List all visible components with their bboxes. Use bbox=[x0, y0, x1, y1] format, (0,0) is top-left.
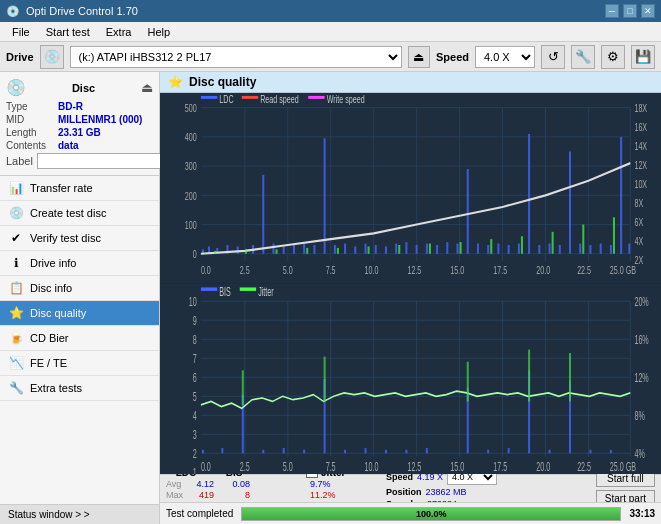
svg-rect-173 bbox=[242, 370, 244, 405]
sidebar-item-verify-test-disc[interactable]: ✔ Verify test disc bbox=[0, 226, 159, 251]
max-jitter: 11.2% bbox=[306, 490, 376, 500]
create-test-disc-icon: 💿 bbox=[8, 206, 24, 220]
drive-select[interactable]: (k:) ATAPI iHBS312 2 PL17 bbox=[70, 46, 402, 68]
svg-text:18X: 18X bbox=[634, 103, 647, 115]
svg-rect-83 bbox=[610, 245, 612, 254]
disc-type-row: Type BD-R bbox=[6, 101, 153, 112]
svg-text:16X: 16X bbox=[634, 122, 647, 134]
svg-rect-163 bbox=[405, 450, 407, 453]
save-button[interactable]: 💾 bbox=[631, 45, 655, 69]
disc-contents-val: data bbox=[58, 140, 79, 151]
svg-rect-158 bbox=[303, 450, 305, 453]
content-area: ⭐ Disc quality bbox=[160, 72, 661, 524]
sidebar-item-drive-info-label: Drive info bbox=[30, 257, 76, 269]
title-bar-controls: ─ □ ✕ bbox=[605, 4, 655, 18]
sidebar-item-disc-quality[interactable]: ⭐ Disc quality bbox=[0, 301, 159, 326]
disc-label-input[interactable] bbox=[37, 153, 170, 169]
status-time: 33:13 bbox=[629, 508, 655, 519]
svg-text:22.5: 22.5 bbox=[577, 265, 591, 277]
options-button[interactable]: 🔧 bbox=[571, 45, 595, 69]
avg-ldc: 4.12 bbox=[186, 479, 214, 489]
svg-rect-97 bbox=[521, 236, 523, 254]
verify-test-disc-icon: ✔ bbox=[8, 231, 24, 245]
close-button[interactable]: ✕ bbox=[641, 4, 655, 18]
svg-text:25.0 GB: 25.0 GB bbox=[610, 265, 636, 277]
refresh-button[interactable]: ↺ bbox=[541, 45, 565, 69]
speed-select[interactable]: 4.0 X bbox=[475, 46, 535, 68]
sidebar-item-cd-bier[interactable]: 🍺 CD Bier bbox=[0, 326, 159, 351]
svg-rect-50 bbox=[272, 244, 274, 254]
disc-mid-key: MID bbox=[6, 114, 58, 125]
menu-help[interactable]: Help bbox=[139, 24, 178, 40]
svg-text:2: 2 bbox=[193, 448, 197, 461]
sidebar-item-extra-tests[interactable]: 🔧 Extra tests bbox=[0, 376, 159, 401]
svg-text:2.5: 2.5 bbox=[240, 265, 250, 277]
drive-icon-button[interactable]: 💿 bbox=[40, 45, 64, 69]
menu-start-test[interactable]: Start test bbox=[38, 24, 98, 40]
svg-text:17.5: 17.5 bbox=[493, 460, 507, 473]
svg-rect-66 bbox=[436, 245, 438, 254]
svg-rect-157 bbox=[283, 448, 285, 453]
sidebar-item-transfer-rate-label: Transfer rate bbox=[30, 182, 93, 194]
sidebar-item-drive-info[interactable]: ℹ Drive info bbox=[0, 251, 159, 276]
status-window-button[interactable]: Status window > > bbox=[0, 504, 159, 524]
svg-text:10.0: 10.0 bbox=[364, 460, 378, 473]
panel-title: Disc quality bbox=[189, 75, 256, 89]
eject-button[interactable]: ⏏ bbox=[408, 46, 430, 68]
max-ldc: 419 bbox=[186, 490, 214, 500]
svg-rect-47 bbox=[237, 246, 239, 253]
sidebar-item-disc-info[interactable]: 📋 Disc info bbox=[0, 276, 159, 301]
svg-rect-82 bbox=[600, 244, 602, 254]
svg-text:10X: 10X bbox=[634, 179, 647, 191]
svg-text:0.0: 0.0 bbox=[201, 460, 211, 473]
svg-rect-180 bbox=[240, 287, 256, 290]
svg-text:0: 0 bbox=[193, 249, 197, 261]
svg-rect-174 bbox=[324, 357, 326, 402]
disc-eject-icon[interactable]: ⏏ bbox=[141, 80, 153, 95]
svg-rect-178 bbox=[201, 287, 217, 290]
svg-rect-161 bbox=[364, 448, 366, 453]
disc-quality-icon: ⭐ bbox=[8, 306, 24, 320]
svg-rect-160 bbox=[344, 450, 346, 453]
disc-mid-val: MILLENMR1 (000) bbox=[58, 114, 142, 125]
sidebar: 💿 Disc ⏏ Type BD-R MID MILLENMR1 (000) L… bbox=[0, 72, 160, 524]
disc-length-row: Length 23.31 GB bbox=[6, 127, 153, 138]
svg-text:20.0: 20.0 bbox=[536, 265, 550, 277]
svg-rect-99 bbox=[582, 225, 584, 254]
svg-text:6: 6 bbox=[193, 372, 197, 385]
svg-text:8%: 8% bbox=[634, 410, 644, 423]
svg-rect-81 bbox=[589, 245, 591, 254]
position-value: 23862 MB bbox=[426, 487, 467, 497]
svg-rect-156 bbox=[262, 450, 264, 453]
transfer-rate-icon: 📊 bbox=[8, 181, 24, 195]
svg-rect-64 bbox=[416, 245, 418, 254]
menu-file[interactable]: File bbox=[4, 24, 38, 40]
sidebar-item-transfer-rate[interactable]: 📊 Transfer rate bbox=[0, 176, 159, 201]
svg-rect-58 bbox=[354, 246, 356, 253]
sidebar-item-fe-te[interactable]: 📉 FE / TE bbox=[0, 351, 159, 376]
svg-text:17.5: 17.5 bbox=[493, 265, 507, 277]
svg-rect-95 bbox=[460, 242, 462, 254]
svg-rect-53 bbox=[303, 244, 305, 254]
svg-text:12%: 12% bbox=[634, 372, 648, 385]
sidebar-item-create-test-disc[interactable]: 💿 Create test disc bbox=[0, 201, 159, 226]
svg-rect-72 bbox=[497, 244, 499, 254]
svg-rect-57 bbox=[344, 244, 346, 254]
menu-extra[interactable]: Extra bbox=[98, 24, 140, 40]
svg-text:Write speed: Write speed bbox=[327, 94, 365, 106]
svg-text:10.0: 10.0 bbox=[364, 265, 378, 277]
svg-rect-49 bbox=[262, 175, 264, 254]
svg-text:2.5: 2.5 bbox=[240, 460, 250, 473]
panel-header-icon: ⭐ bbox=[168, 75, 183, 89]
minimize-button[interactable]: ─ bbox=[605, 4, 619, 18]
settings-button[interactable]: ⚙ bbox=[601, 45, 625, 69]
maximize-button[interactable]: □ bbox=[623, 4, 637, 18]
disc-type-key: Type bbox=[6, 101, 58, 112]
sidebar-item-disc-quality-label: Disc quality bbox=[30, 307, 86, 319]
main-area: 💿 Disc ⏏ Type BD-R MID MILLENMR1 (000) L… bbox=[0, 72, 661, 524]
svg-rect-70 bbox=[477, 244, 479, 254]
svg-rect-91 bbox=[337, 248, 339, 254]
svg-rect-62 bbox=[395, 244, 397, 254]
svg-rect-80 bbox=[579, 244, 581, 254]
svg-text:7.5: 7.5 bbox=[326, 460, 336, 473]
